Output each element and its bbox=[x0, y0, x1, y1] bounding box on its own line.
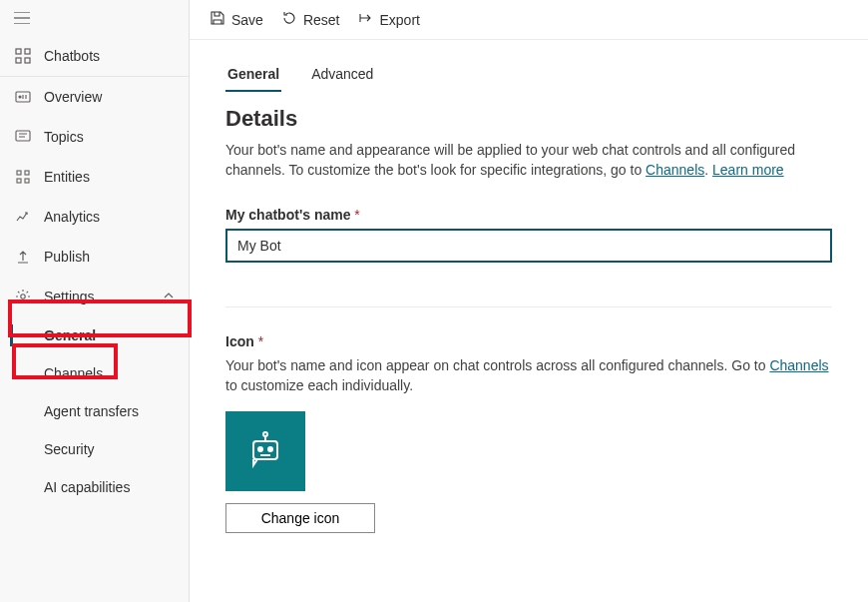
analytics-icon bbox=[14, 208, 32, 226]
details-description: Your bot's name and appearance will be a… bbox=[225, 140, 832, 181]
reset-icon bbox=[281, 10, 297, 29]
required-asterisk: * bbox=[354, 207, 359, 223]
save-label: Save bbox=[231, 12, 263, 28]
sidebar-item-label: Entities bbox=[44, 169, 90, 185]
topics-icon bbox=[14, 128, 32, 146]
gear-icon bbox=[14, 288, 32, 305]
divider bbox=[225, 306, 832, 307]
settings-subnav: General Channels Agent transfers Securit… bbox=[0, 316, 189, 506]
save-button[interactable]: Save bbox=[210, 10, 263, 29]
bot-icon-preview bbox=[225, 411, 305, 491]
save-icon bbox=[210, 10, 225, 29]
sidebar-item-label: Settings bbox=[44, 289, 95, 304]
subnav-security[interactable]: Security bbox=[44, 430, 189, 468]
hamburger-icon bbox=[14, 12, 30, 24]
bot-icon bbox=[243, 429, 287, 473]
content: General Advanced Details Your bot's name… bbox=[190, 40, 868, 553]
svg-point-13 bbox=[258, 447, 262, 451]
svg-point-15 bbox=[263, 432, 267, 436]
sidebar-item-topics[interactable]: Topics bbox=[0, 117, 189, 157]
overview-icon bbox=[14, 88, 32, 106]
svg-rect-0 bbox=[16, 49, 21, 54]
svg-rect-10 bbox=[25, 179, 29, 183]
sidebar-item-settings[interactable]: Settings bbox=[0, 277, 189, 316]
svg-rect-3 bbox=[25, 58, 30, 63]
name-field-label: My chatbot's name * bbox=[225, 207, 832, 223]
svg-rect-6 bbox=[16, 131, 30, 141]
sidebar-item-label: Publish bbox=[44, 249, 90, 265]
sidebar-item-label: Analytics bbox=[44, 209, 100, 225]
sidebar-item-overview[interactable]: Overview bbox=[0, 77, 189, 117]
chatbot-name-input[interactable] bbox=[225, 229, 832, 263]
sidebar-item-label: Topics bbox=[44, 129, 84, 145]
required-asterisk: * bbox=[258, 333, 263, 349]
change-icon-button[interactable]: Change icon bbox=[225, 503, 375, 533]
details-heading: Details bbox=[225, 106, 832, 132]
export-icon bbox=[358, 10, 374, 29]
hamburger-menu[interactable] bbox=[0, 0, 189, 36]
svg-rect-8 bbox=[25, 171, 29, 175]
details-desc-sep: . bbox=[704, 162, 712, 178]
svg-rect-7 bbox=[17, 171, 21, 175]
channels-link-2[interactable]: Channels bbox=[769, 357, 828, 373]
sidebar-item-publish[interactable]: Publish bbox=[0, 237, 189, 277]
svg-rect-12 bbox=[253, 441, 277, 459]
subnav-agent-transfers[interactable]: Agent transfers bbox=[44, 392, 189, 430]
main: Save Reset Export General Advanced Detai… bbox=[190, 0, 868, 602]
icon-description: Your bot's name and icon appear on chat … bbox=[225, 355, 832, 396]
tabs: General Advanced bbox=[225, 60, 832, 92]
tab-advanced[interactable]: Advanced bbox=[309, 60, 375, 92]
subnav-channels[interactable]: Channels bbox=[44, 354, 189, 392]
svg-point-11 bbox=[21, 295, 25, 299]
icon-desc-text2: to customize each individually. bbox=[225, 377, 413, 393]
sidebar-item-analytics[interactable]: Analytics bbox=[0, 197, 189, 237]
chevron-up-icon bbox=[163, 289, 175, 304]
svg-rect-2 bbox=[16, 58, 21, 63]
learn-more-link[interactable]: Learn more bbox=[712, 162, 784, 178]
reset-label: Reset bbox=[303, 12, 340, 28]
sidebar: Chatbots Overview Topics Entities bbox=[0, 0, 190, 602]
reset-button[interactable]: Reset bbox=[281, 10, 340, 29]
svg-rect-9 bbox=[17, 179, 21, 183]
svg-rect-1 bbox=[25, 49, 30, 54]
svg-point-14 bbox=[268, 447, 272, 451]
export-button[interactable]: Export bbox=[358, 10, 420, 29]
name-label-text: My chatbot's name bbox=[225, 207, 350, 223]
svg-point-5 bbox=[19, 96, 21, 98]
subnav-general[interactable]: General bbox=[44, 316, 189, 354]
sidebar-item-label: Chatbots bbox=[44, 48, 100, 64]
tab-general[interactable]: General bbox=[225, 60, 281, 92]
icon-desc-text1: Your bot's name and icon appear on chat … bbox=[225, 357, 769, 373]
export-label: Export bbox=[380, 12, 420, 28]
sidebar-item-chatbots[interactable]: Chatbots bbox=[0, 36, 189, 76]
icon-field-label: Icon * bbox=[225, 333, 832, 349]
sidebar-item-entities[interactable]: Entities bbox=[0, 157, 189, 197]
subnav-ai-capabilities[interactable]: AI capabilities bbox=[44, 468, 189, 506]
publish-icon bbox=[14, 248, 32, 266]
grid-icon bbox=[14, 47, 32, 65]
toolbar: Save Reset Export bbox=[190, 0, 868, 40]
icon-label-text: Icon bbox=[225, 333, 254, 349]
sidebar-item-label: Overview bbox=[44, 89, 102, 105]
entities-icon bbox=[14, 168, 32, 186]
channels-link[interactable]: Channels bbox=[646, 162, 704, 178]
